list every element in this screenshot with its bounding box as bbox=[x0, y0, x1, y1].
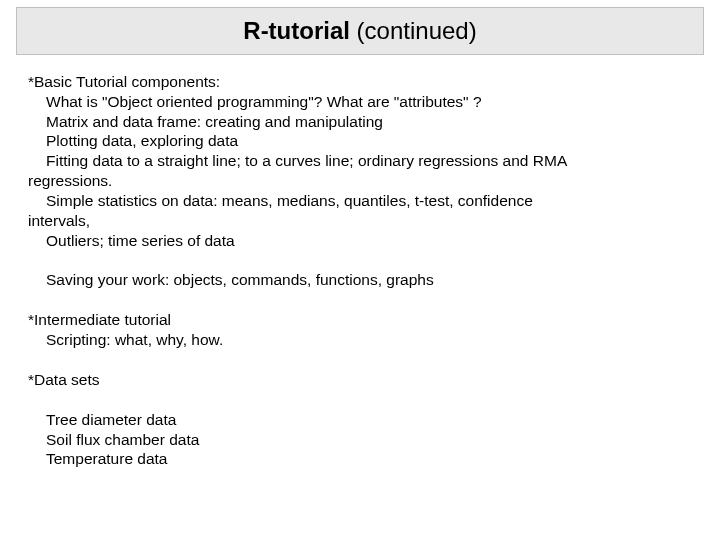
line-stats: Simple statistics on data: means, median… bbox=[28, 191, 692, 211]
blank-1 bbox=[28, 250, 692, 270]
line-tree: Tree diameter data bbox=[28, 410, 692, 430]
line-basic-heading: *Basic Tutorial components: bbox=[28, 72, 692, 92]
slide: R-tutorial (continued) *Basic Tutorial c… bbox=[0, 0, 720, 540]
line-scripting: Scripting: what, why, how. bbox=[28, 330, 692, 350]
title-bold: R-tutorial bbox=[243, 17, 350, 44]
title-rest: (continued) bbox=[350, 17, 477, 44]
blank-2 bbox=[28, 290, 692, 310]
blank-3 bbox=[28, 350, 692, 370]
title-bar: R-tutorial (continued) bbox=[16, 7, 704, 55]
line-intermediate-heading: *Intermediate tutorial bbox=[28, 310, 692, 330]
line-soil: Soil flux chamber data bbox=[28, 430, 692, 450]
line-intervals: intervals, bbox=[28, 211, 692, 231]
blank-4 bbox=[28, 390, 692, 410]
line-saving: Saving your work: objects, commands, fun… bbox=[28, 270, 692, 290]
line-temperature: Temperature data bbox=[28, 449, 692, 469]
line-datasets-heading: *Data sets bbox=[28, 370, 692, 390]
line-plotting: Plotting data, exploring data bbox=[28, 131, 692, 151]
line-matrix: Matrix and data frame: creating and mani… bbox=[28, 112, 692, 132]
line-fitting: Fitting data to a straight line; to a cu… bbox=[28, 151, 692, 171]
body-text: *Basic Tutorial components: What is "Obj… bbox=[28, 72, 692, 469]
line-regressions: regressions. bbox=[28, 171, 692, 191]
line-oop: What is "Object oriented programming"? W… bbox=[28, 92, 692, 112]
line-outliers: Outliers; time series of data bbox=[28, 231, 692, 251]
